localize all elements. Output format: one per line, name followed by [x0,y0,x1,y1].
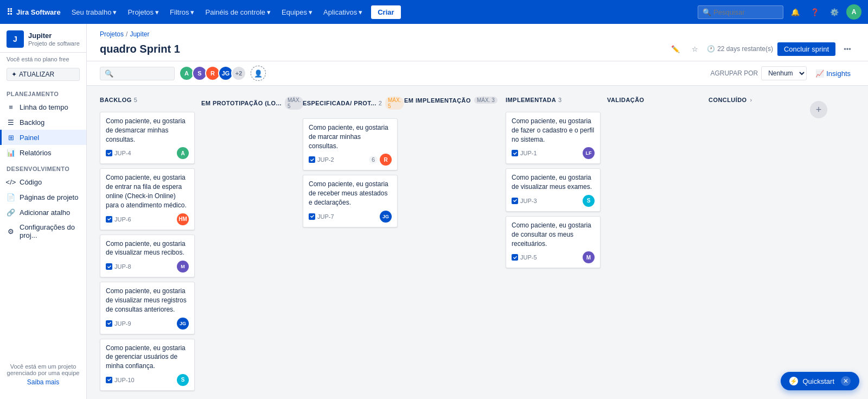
free-plan-notice: Você está no plano free [0,53,86,66]
card-id-row: JUP-5 [512,254,537,261]
board-search-input[interactable] [116,69,170,78]
nav-filters[interactable]: Filtros ▾ [165,6,199,18]
backlog-icon: ☰ [7,118,15,126]
card-jup-6[interactable]: Como paciente, eu gostaria de entrar na … [100,168,195,230]
card-jup-1[interactable]: Como paciente, eu gostaria de fazer o ca… [506,112,601,164]
card-jup-3[interactable]: Como paciente, eu gostaria de visualizar… [506,168,601,212]
board-title-row: quadro Sprint 1 ✏️ ☆ 🕐 22 days restante(… [100,41,855,61]
add-column-button[interactable]: + [810,101,827,118]
column-max-badge: MÁX. 5 [385,97,404,110]
conclude-sprint-button[interactable]: Concluir sprint [777,42,835,56]
card-text: Como paciente, eu gostaria de receber me… [309,180,392,207]
more-options-button[interactable]: ••• [840,41,855,56]
card-jup-7[interactable]: Como paciente, eu gostaria de receber me… [303,175,398,227]
card-jup-2[interactable]: Como paciente, eu gostaria de marcar min… [303,118,398,170]
column-count: 3 [558,97,561,103]
sidebar-item-timeline[interactable]: ≡ Linha do tempo [0,99,86,115]
card-id-row: JUP-9 [106,320,131,327]
column-em-prototipacao: EM PROTOTIPAÇÃO (LO... MÁX. 5 [201,94,296,390]
sidebar-footer: Você está em um projeto gerenciado por u… [0,359,86,390]
chevron-down-icon: ▾ [309,8,312,16]
card-id: JUP-10 [114,377,135,383]
column-title: EM PROTOTIPAÇÃO (LO... [201,100,282,106]
card-id: JUP-1 [520,150,537,156]
insights-button[interactable]: 📈 Insights [811,67,855,80]
card-footer: JUP-2 6 R [309,154,392,166]
card-jup-4[interactable]: Como paciente, eu gostaria de desmarcar … [100,112,195,164]
chevron-down-icon: ▾ [155,8,159,16]
card-checkbox [512,254,518,261]
learn-more-link[interactable]: Saiba mais [7,378,80,386]
card-id-row: JUP-1 [512,150,537,156]
card-id-row: JUP-7 [309,213,334,220]
sidebar-item-reports[interactable]: 📊 Relatórios [0,145,86,160]
board-header: Projetos / Jupiter quadro Sprint 1 ✏️ ☆ … [87,24,868,61]
card-jup-8[interactable]: Como paciente, eu gostaria de visualizar… [100,235,195,278]
star-icon-btn[interactable]: ☆ [687,41,703,56]
card-footer: JUP-5 M [512,251,595,263]
column-count: 2 [379,100,382,106]
column-header-validacao: VALIDAÇÃO [607,94,702,105]
search-box[interactable]: 🔍 [698,5,783,19]
search-input[interactable] [713,8,778,16]
create-button[interactable]: Criar [371,5,400,19]
sidebar-item-board[interactable]: ⊞ Painel [0,130,86,145]
sidebar-item-code[interactable]: </> Código [0,174,86,189]
column-header-backlog: BACKLOG 5 [100,94,195,105]
chevron-right-icon[interactable]: › [750,97,752,103]
sidebar-item-settings[interactable]: ⚙ Configurações do proj... [0,220,86,243]
card-footer: JUP-9 JG [106,318,189,330]
column-header-implementacao: EM IMPLEMENTAÇÃO MÁX. 3 [404,94,499,106]
member-filter-button[interactable]: 👤 [251,66,266,81]
top-nav: ⠿ Jira Software Seu trabalho ▾ Projetos … [0,0,868,24]
update-button[interactable]: ✦ ATUALIZAR [7,68,80,81]
card-footer: JUP-8 M [106,261,189,273]
breadcrumb-projects[interactable]: Projetos [100,30,124,38]
notifications-button[interactable]: 🔔 [788,4,803,20]
column-backlog: BACKLOG 5 Como paciente, eu gostaria de … [100,94,195,390]
sidebar-item-pages[interactable]: 📄 Páginas de projeto [0,189,86,205]
column-implementada: IMPLEMENTADA 3 Como paciente, eu gostari… [506,94,601,390]
grid-icon: ⠿ [7,7,13,17]
board-search-box[interactable]: 🔍 [100,67,175,80]
card-jup-9[interactable]: Como paciente, eu gostaria de visualizar… [100,282,195,334]
settings-button[interactable]: ⚙️ [827,4,842,20]
planning-section-label: PLANEJAMENTO [0,85,86,99]
board-actions: ✏️ ☆ 🕐 22 days restante(s) Concluir spri… [668,41,855,56]
sidebar-item-add-shortcut[interactable]: 🔗 Adicionar atalho [0,205,86,220]
sidebar-item-label: Páginas de projeto [20,193,78,201]
help-button[interactable]: ❓ [807,4,822,20]
nav-projects[interactable]: Projetos ▾ [123,6,163,18]
quickstart-widget[interactable]: ⚡ Quickstart ✕ [781,372,859,390]
chart-icon: 📈 [815,69,824,78]
column-title: IMPLEMENTADA [506,97,556,103]
card-jup-5[interactable]: Como paciente, eu gostaria de consultar … [506,216,601,268]
card-id: JUP-8 [114,263,131,270]
card-jup-10[interactable]: Como paciente, eu gostaria de gerenciar … [100,339,195,391]
quickstart-close-button[interactable]: ✕ [841,376,851,386]
card-avatar: S [177,374,189,386]
shortcut-icon: 🔗 [7,208,15,217]
avatar-filter-more[interactable]: +2 [231,66,246,81]
nav-dashboards[interactable]: Painéis de controle ▾ [201,6,275,18]
project-info: Jupiter Projeto de software [28,31,80,47]
group-by-select[interactable]: Nenhum [761,66,807,80]
pencil-icon-btn[interactable]: ✏️ [668,41,683,56]
nav-teams[interactable]: Equipes ▾ [277,6,317,18]
nav-apps[interactable]: Aplicativos ▾ [319,6,367,18]
user-avatar[interactable]: A [846,4,861,20]
sidebar-item-label: Adicionar atalho [20,208,70,217]
card-checkbox [106,263,112,270]
card-avatar: M [177,261,189,273]
column-body-backlog: Como paciente, eu gostaria de desmarcar … [100,110,195,390]
nav-my-work[interactable]: Seu trabalho ▾ [67,6,122,18]
app-logo[interactable]: ⠿ Jira Software [7,7,61,17]
column-body-implementacao [404,110,499,327]
card-avatar: JG [177,318,189,330]
sidebar-item-backlog[interactable]: ☰ Backlog [0,115,86,130]
card-avatar: M [583,251,595,263]
card-footer: JUP-3 S [512,195,595,207]
card-id: JUP-5 [520,254,537,261]
breadcrumb-project[interactable]: Jupiter [130,30,149,38]
card-avatar: R [380,154,392,166]
